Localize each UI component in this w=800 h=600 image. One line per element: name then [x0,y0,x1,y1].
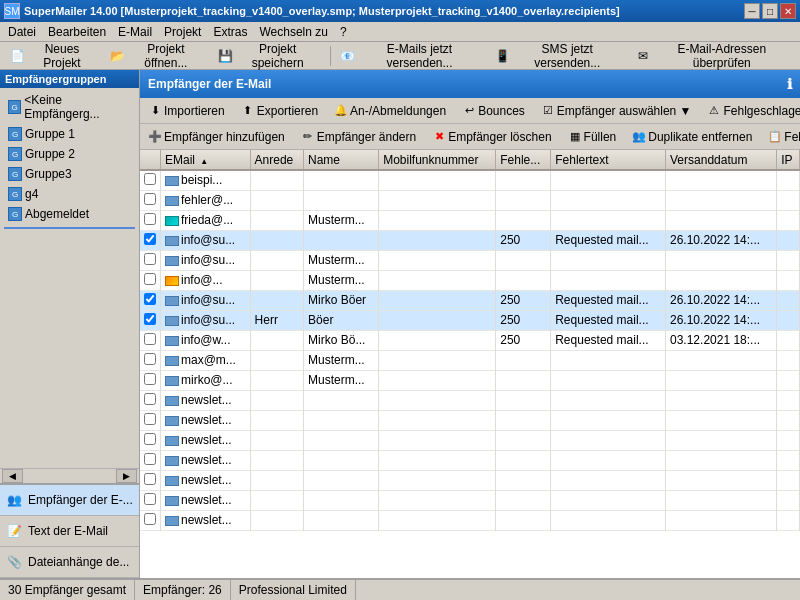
menu-bearbeiten[interactable]: Bearbeiten [42,23,112,41]
send-email-button[interactable]: 📧 E-Mails jetzt versenden... [334,45,486,67]
new-project-icon: 📄 [10,48,25,64]
table-row[interactable]: max@m...Musterm... [140,350,800,370]
row-checkbox[interactable] [144,313,156,325]
email-icon [165,416,179,426]
table-row[interactable]: newslet... [140,470,800,490]
menu-email[interactable]: E-Mail [112,23,158,41]
row-checkbox[interactable] [144,233,156,245]
close-button[interactable]: ✕ [780,3,796,19]
menu-projekt[interactable]: Projekt [158,23,207,41]
nav-email-text[interactable]: 📝 Text der E-Mail [0,516,139,547]
subscriptions-button[interactable]: 🔔 An-/Abmeldungen [329,101,451,121]
col-fehler[interactable]: Fehle... [496,150,551,170]
col-ip[interactable]: IP [777,150,800,170]
add-recipient-button[interactable]: ➕ Empfänger hinzufügen [143,127,290,147]
email-icon [165,176,179,186]
row-checkbox[interactable] [144,393,156,405]
col-email[interactable]: EMail ▲ [161,150,251,170]
fill-button[interactable]: ▦ Füllen [563,127,622,147]
row-checkbox[interactable] [144,333,156,345]
table-row[interactable]: info@w...Mirko Bö...250Requested mail...… [140,330,800,350]
open-project-button[interactable]: 📂 Projekt öffnen... [104,45,210,67]
table-row[interactable]: newslet... [140,450,800,470]
table-row[interactable]: newslet... [140,430,800,450]
content-header: Empfänger der E-Mail ℹ [140,70,800,98]
nav-attachments[interactable]: 📎 Dateianhänge de... [0,547,139,578]
email-icon [165,336,179,346]
col-mobil[interactable]: Mobilfunknummer [379,150,496,170]
table-row[interactable]: newslet... [140,510,800,530]
table-row[interactable]: info@su...250Requested mail...26.10.2022… [140,230,800,250]
table-row[interactable]: info@...Musterm... [140,270,800,290]
fill-icon: ▦ [568,130,582,144]
table-row[interactable]: beispi... [140,170,800,190]
fields-button[interactable]: 📋 Felder... [763,127,800,147]
minimize-button[interactable]: ─ [744,3,760,19]
maximize-button[interactable]: □ [762,3,778,19]
recipients-table-container[interactable]: EMail ▲ Anrede Name Mobilfunknummer Fehl… [140,150,800,578]
email-icon [165,356,179,366]
table-row[interactable]: info@su...Mirko Böer250Requested mail...… [140,290,800,310]
table-row[interactable]: info@su...HerrBöer250Requested mail...26… [140,310,800,330]
sidebar-item-gruppe3[interactable]: G Gruppe3 [4,164,137,184]
select-recipients-button[interactable]: ☑ Empfänger auswählen ▼ [536,101,697,121]
check-email-button[interactable]: ✉ E-Mail-Adressen überprüfen [630,45,796,67]
attachments-icon: 📎 [4,552,24,572]
row-checkbox[interactable] [144,433,156,445]
scroll-right-arrow[interactable]: ▶ [116,469,137,483]
col-name[interactable]: Name [304,150,379,170]
nav-recipients[interactable]: 👥 Empfänger der E-... [0,485,139,516]
subscriptions-icon: 🔔 [334,104,348,118]
sidebar-header: Empfängergruppen [0,70,139,88]
row-checkbox[interactable] [144,173,156,185]
sidebar-item-gruppe1[interactable]: G Gruppe 1 [4,124,137,144]
table-row[interactable]: info@su...Musterm... [140,250,800,270]
bounces-button[interactable]: ↩ Bounces [457,101,530,121]
delete-recipient-button[interactable]: ✖ Empfänger löschen [427,127,556,147]
table-row[interactable]: newslet... [140,390,800,410]
menu-help[interactable]: ? [334,23,353,41]
sidebar-item-abgemeldet[interactable]: G Abgemeldet [4,204,137,224]
menu-wechseln[interactable]: Wechseln zu [253,23,333,41]
row-checkbox[interactable] [144,193,156,205]
table-row[interactable]: newslet... [140,490,800,510]
row-checkbox[interactable] [144,373,156,385]
sidebar-item-gruppe2[interactable]: G Gruppe 2 [4,144,137,164]
row-checkbox[interactable] [144,513,156,525]
sidebar-groups: G <Keine Empfängerg... G Gruppe 1 G Grup… [0,88,139,468]
row-checkbox[interactable] [144,253,156,265]
email-icon [165,456,179,466]
col-fehlertext[interactable]: Fehlertext [551,150,666,170]
table-row[interactable]: frieda@...Musterm... [140,210,800,230]
failed-button[interactable]: ⚠ Fehlgeschlagene [702,101,800,121]
row-checkbox[interactable] [144,453,156,465]
row-checkbox[interactable] [144,293,156,305]
table-row[interactable]: fehler@... [140,190,800,210]
table-row[interactable]: mirko@...Musterm... [140,370,800,390]
save-project-button[interactable]: 💾 Projekt speichern [212,45,326,67]
send-sms-button[interactable]: 📱 SMS jetzt versenden... [489,45,628,67]
scroll-left-arrow[interactable]: ◀ [2,469,23,483]
recipients-icon: 👥 [4,490,24,510]
row-checkbox[interactable] [144,473,156,485]
edit-recipient-button[interactable]: ✏ Empfänger ändern [296,127,421,147]
export-button[interactable]: ⬆ Exportieren [236,101,323,121]
row-checkbox[interactable] [144,493,156,505]
group-icon: G [8,100,21,114]
sidebar-item-no-group[interactable]: G <Keine Empfängerg... [4,90,137,124]
select-recipients-icon: ☑ [541,104,555,118]
col-anrede[interactable]: Anrede [250,150,303,170]
row-checkbox[interactable] [144,273,156,285]
row-checkbox[interactable] [144,413,156,425]
import-button[interactable]: ⬇ Importieren [143,101,230,121]
row-checkbox[interactable] [144,353,156,365]
new-project-button[interactable]: 📄 Neues Projekt [4,45,102,67]
row-checkbox[interactable] [144,213,156,225]
sidebar-item-g4[interactable]: G g4 [4,184,137,204]
menu-extras[interactable]: Extras [207,23,253,41]
table-row[interactable]: newslet... [140,410,800,430]
header-info-icon[interactable]: ℹ [787,76,792,92]
menu-datei[interactable]: Datei [2,23,42,41]
col-datum[interactable]: Versanddatum [666,150,777,170]
remove-duplicates-button[interactable]: 👥 Duplikate entfernen [627,127,757,147]
